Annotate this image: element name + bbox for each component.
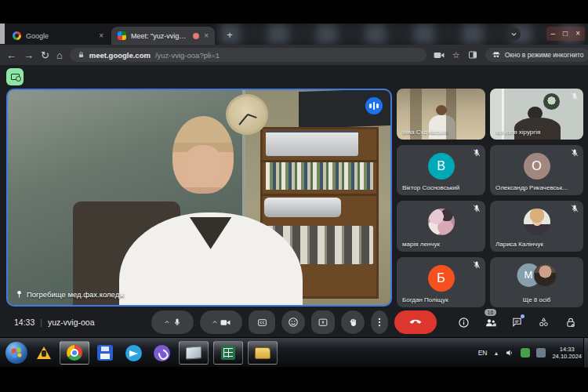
host-controls-icon xyxy=(565,317,576,328)
taskbar-warning-app-icon[interactable] xyxy=(34,343,53,362)
reload-button[interactable]: ↻ xyxy=(41,50,49,60)
activities-icon xyxy=(538,317,550,328)
mic-button[interactable] xyxy=(151,310,194,334)
system-tray: EN ▲ 14:33 24.10.2024 xyxy=(478,338,582,368)
chrome-icon xyxy=(67,345,82,361)
participant-name: Олександр Рикачевськ... xyxy=(495,184,579,191)
minimize-button[interactable]: – xyxy=(551,27,556,41)
participant-name: Лариса Калінчук xyxy=(495,241,579,248)
tab-strip: Google × Meet: "yuz-vvig-ooa" × + – □ × xyxy=(0,24,588,45)
browser-toolbar: ← → ↻ ⌂ meet.google.com /yuz-vvig-ooa?pl… xyxy=(0,45,588,65)
tabstrip-wallpaper-blur xyxy=(220,24,588,45)
participant-tile[interactable]: марія ленчук xyxy=(397,201,485,252)
videocam-icon[interactable] xyxy=(220,318,230,327)
taskbar-viber-icon[interactable] xyxy=(152,343,171,362)
more-people-label: Ще 8 осіб xyxy=(490,296,583,303)
window-controls: – □ × xyxy=(546,27,585,41)
people-button[interactable]: 16 xyxy=(484,316,497,329)
more-options-button[interactable] xyxy=(371,310,388,334)
side-panel-icon[interactable] xyxy=(468,50,477,60)
language-indicator[interactable]: EN xyxy=(478,349,488,357)
new-tab-button[interactable]: + xyxy=(223,28,237,42)
participant-name: Богдан Поліщук xyxy=(402,296,481,303)
incognito-label: Окно в режиме инкогнито xyxy=(505,51,584,59)
back-button[interactable]: ← xyxy=(6,50,16,60)
more-people-tile[interactable]: М Ще 8 осіб xyxy=(490,257,583,308)
hidden-icons-caret[interactable]: ▲ xyxy=(494,350,499,356)
participant-video xyxy=(429,115,456,140)
maximize-button[interactable]: □ xyxy=(563,27,568,41)
taskbar-save-app-icon[interactable] xyxy=(96,343,114,362)
participant-tile[interactable]: хірургія хірургія xyxy=(490,89,583,140)
taskbar-chrome-button[interactable] xyxy=(60,341,89,365)
chevron-up-icon[interactable] xyxy=(212,319,218,325)
end-call-button[interactable] xyxy=(394,310,437,334)
present-button[interactable] xyxy=(311,310,335,334)
screen-share-extension-icon[interactable] xyxy=(6,68,24,85)
mic-muted-icon xyxy=(472,260,481,270)
taskbar-folder-button[interactable] xyxy=(248,341,278,365)
taskbar-explorer-button[interactable] xyxy=(179,341,209,365)
tab-label: Google xyxy=(26,32,94,40)
captions-button[interactable] xyxy=(249,310,275,334)
home-button[interactable]: ⌂ xyxy=(56,50,63,60)
url-domain: meet.google.com xyxy=(89,51,151,60)
avatar: Б xyxy=(428,265,455,292)
raise-hand-button[interactable] xyxy=(341,310,365,334)
url-path: /yuz-vvig-ooa?pli=1 xyxy=(155,51,220,60)
mic-muted-icon xyxy=(570,92,579,101)
participant-tile[interactable]: О Олександр Рикачевськ... xyxy=(490,145,583,196)
tray-status-icon-monitor[interactable] xyxy=(536,348,546,358)
info-button[interactable] xyxy=(457,316,470,329)
divider: | xyxy=(40,318,42,327)
chevron-up-icon[interactable] xyxy=(164,319,170,325)
address-bar[interactable]: meet.google.com /yuz-vvig-ooa?pli=1 xyxy=(70,48,426,62)
speaker-icon[interactable] xyxy=(505,348,514,358)
avatar xyxy=(524,209,550,235)
tab-label: Meet: "yuz-vvig-ooa" xyxy=(131,32,188,40)
host-controls-button[interactable] xyxy=(564,316,577,329)
browser-window: Google × Meet: "yuz-vvig-ooa" × + – □ × … xyxy=(0,24,588,337)
tab-meet[interactable]: Meet: "yuz-vvig-ooa" × xyxy=(111,27,215,45)
mic-icon[interactable] xyxy=(172,318,182,327)
chat-notification-dot xyxy=(521,314,524,318)
show-desktop-button[interactable] xyxy=(583,338,588,368)
forward-button[interactable]: → xyxy=(24,50,34,60)
chat-button[interactable] xyxy=(510,316,524,329)
participant-name: марія ленчук xyxy=(402,241,481,248)
background-window-edge xyxy=(0,24,5,44)
main-tile-label: Погребище мед.фах.коледж xyxy=(27,290,125,299)
chat-icon xyxy=(511,317,523,328)
taskbar-telegram-icon[interactable] xyxy=(124,343,143,362)
tab-close-icon[interactable]: × xyxy=(204,31,209,40)
taskbar-clock[interactable]: 14:33 24.10.2024 xyxy=(552,346,582,360)
participant-tile[interactable]: Лариса Калінчук xyxy=(490,201,583,252)
more-options-icon xyxy=(378,317,381,328)
google-favicon xyxy=(13,31,21,40)
tray-status-icon-green[interactable] xyxy=(521,348,530,358)
main-tile-caption: Погребище мед.фах.коледж xyxy=(16,290,125,299)
main-video-tile[interactable]: Погребище мед.фах.коледж xyxy=(6,89,392,307)
emoji-icon xyxy=(288,317,299,328)
participants-grid: Інна Суднівська хірургія хірургія В xyxy=(397,89,583,307)
close-button[interactable]: × xyxy=(575,27,580,41)
start-orb-icon[interactable] xyxy=(5,342,27,364)
tab-search-icon[interactable] xyxy=(507,27,521,41)
camera-permission-icon[interactable] xyxy=(434,51,445,60)
tab-close-icon[interactable]: × xyxy=(99,31,103,40)
bookmark-star-icon[interactable]: ☆ xyxy=(452,51,460,60)
toolbar-icons: ☆ Окно в режиме инкогнито ⋮ xyxy=(434,48,588,62)
lock-icon xyxy=(78,51,85,59)
reactions-button[interactable] xyxy=(281,310,305,334)
activities-button[interactable] xyxy=(537,316,550,329)
participant-tile[interactable]: В Віктор Сосновський xyxy=(397,145,485,196)
meet-page: Погребище мед.фах.коледж Інна Суднівська xyxy=(0,65,588,337)
tab-google[interactable]: Google × xyxy=(6,27,110,45)
mic-muted-icon xyxy=(570,148,579,158)
paper-roll xyxy=(264,198,341,217)
participant-tile[interactable]: Інна Суднівська xyxy=(397,89,485,140)
participant-tile[interactable]: Б Богдан Поліщук xyxy=(397,257,485,308)
mic-muted-icon xyxy=(472,148,481,158)
taskbar-spreadsheet-button[interactable] xyxy=(213,341,243,365)
camera-button[interactable] xyxy=(200,310,242,334)
